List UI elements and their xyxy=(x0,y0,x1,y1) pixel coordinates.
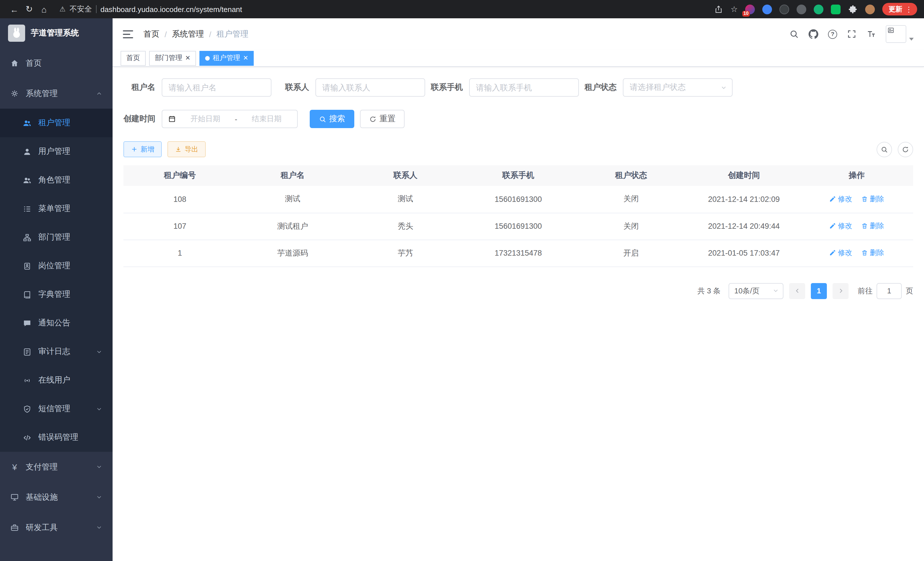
filter-create-time: 创建时间 开始日期 - 结束日期 xyxy=(123,110,298,128)
extensions-puzzle-icon[interactable] xyxy=(848,4,858,14)
app-title: 芋道管理系统 xyxy=(31,28,79,38)
badge-icon xyxy=(23,262,32,270)
edit-link[interactable]: 修改 xyxy=(830,194,852,204)
edit-link[interactable]: 修改 xyxy=(830,221,852,231)
reset-button[interactable]: 重置 xyxy=(360,110,405,128)
sidebar-item-label: 系统管理 xyxy=(26,88,58,99)
browser-back-icon[interactable]: ← xyxy=(7,4,22,14)
cell-created: 2021-12-14 21:02:09 xyxy=(687,186,800,213)
sidebar-item-infrastructure[interactable]: 基础设施 xyxy=(0,482,112,512)
sidebar-item-error-code[interactable]: 错误码管理 xyxy=(0,423,112,452)
col-status: 租户状态 xyxy=(574,165,687,186)
extension-icon[interactable] xyxy=(796,4,806,14)
sidebar-item-label: 短信管理 xyxy=(38,404,70,414)
sidebar-item-system[interactable]: 系统管理 xyxy=(0,78,112,109)
search-icon[interactable] xyxy=(789,29,799,39)
user-avatar[interactable] xyxy=(886,25,906,43)
breadcrumb-separator: / xyxy=(209,29,212,39)
goto-page-input[interactable] xyxy=(877,283,902,299)
sidebar-item-dev-tools[interactable]: 研发工具 xyxy=(0,512,112,543)
help-icon[interactable]: ? xyxy=(828,29,837,39)
trash-icon xyxy=(861,196,868,202)
app-logo[interactable]: 芋道管理系统 xyxy=(0,18,112,48)
contact-input[interactable] xyxy=(315,78,425,97)
avatar-dropdown-caret-icon[interactable] xyxy=(909,38,914,41)
users-icon xyxy=(23,176,32,184)
fullscreen-icon[interactable] xyxy=(847,29,856,39)
cell-actions: 修改 删除 xyxy=(800,186,913,213)
create-time-label: 创建时间 xyxy=(123,114,155,124)
export-button[interactable]: 导出 xyxy=(167,141,206,157)
edit-link[interactable]: 修改 xyxy=(830,248,852,258)
goto-label: 前往 xyxy=(858,286,873,296)
sidebar-item-post-management[interactable]: 岗位管理 xyxy=(0,252,112,280)
sidebar-item-role-management[interactable]: 角色管理 xyxy=(0,166,112,194)
sidebar-item-sms-management[interactable]: 短信管理 xyxy=(0,395,112,423)
breadcrumb-system[interactable]: 系统管理 xyxy=(172,29,204,39)
extension-icon[interactable] xyxy=(831,4,841,14)
org-tree-icon xyxy=(23,233,32,242)
delete-link[interactable]: 删除 xyxy=(861,194,884,204)
sidebar-item-notice[interactable]: 通知公告 xyxy=(0,309,112,337)
sidebar-item-tenant-management[interactable]: 租户管理 xyxy=(0,109,112,137)
sidebar-item-home[interactable]: 首页 xyxy=(0,48,112,78)
github-icon[interactable] xyxy=(808,29,818,39)
delete-link[interactable]: 删除 xyxy=(861,248,884,258)
end-date-placeholder[interactable]: 结束日期 xyxy=(242,114,291,124)
date-range-picker[interactable]: 开始日期 - 结束日期 xyxy=(162,110,298,128)
font-size-icon[interactable] xyxy=(866,29,876,39)
breadcrumb-separator: / xyxy=(165,29,167,39)
tab-tenant-management[interactable]: 租户管理 ✕ xyxy=(200,51,254,65)
export-button-label: 导出 xyxy=(184,144,198,154)
next-page-button[interactable] xyxy=(832,283,849,299)
breadcrumb: 首页 / 系统管理 / 租户管理 xyxy=(143,29,249,39)
extension-icon[interactable]: 10 xyxy=(745,4,755,14)
status-label: 租户状态 xyxy=(585,82,616,93)
page-size-select[interactable]: 10条/页 xyxy=(729,283,783,299)
page-number-button[interactable]: 1 xyxy=(811,283,827,299)
add-button[interactable]: 新增 xyxy=(123,141,162,157)
prev-page-button[interactable] xyxy=(789,283,805,299)
sidebar-item-dict-management[interactable]: 字典管理 xyxy=(0,280,112,309)
tab-dept-management[interactable]: 部门管理 ✕ xyxy=(149,51,196,65)
col-tenant-id: 租户编号 xyxy=(123,165,236,186)
share-icon[interactable] xyxy=(715,5,723,14)
phone-input[interactable] xyxy=(469,78,579,97)
browser-reload-icon[interactable]: ↻ xyxy=(22,4,37,14)
browser-menu-icon[interactable]: ⋮ xyxy=(905,5,913,14)
sidebar-item-menu-management[interactable]: 菜单管理 xyxy=(0,194,112,223)
show-search-button[interactable] xyxy=(877,141,892,157)
extension-icon[interactable] xyxy=(779,4,789,14)
status-select[interactable]: 请选择租户状态 xyxy=(623,78,733,97)
tab-home[interactable]: 首页 xyxy=(121,51,146,65)
sidebar-item-pay-management[interactable]: ¥ 支付管理 xyxy=(0,452,112,482)
extension-icon[interactable] xyxy=(814,4,824,14)
browser-home-icon[interactable]: ⌂ xyxy=(37,4,51,14)
monitor-icon xyxy=(10,493,19,502)
sidebar-item-online-users[interactable]: 在线用户 xyxy=(0,366,112,395)
refresh-table-button[interactable] xyxy=(898,141,913,157)
security-label[interactable]: 不安全 xyxy=(70,4,92,14)
url-text[interactable]: dashboard.yudao.iocoder.cn/system/tenant xyxy=(100,5,242,14)
plus-icon xyxy=(131,146,138,153)
filter-tenant-name: 租户名 xyxy=(123,78,272,97)
tenant-name-input[interactable] xyxy=(162,78,272,97)
start-date-placeholder[interactable]: 开始日期 xyxy=(181,114,230,124)
close-icon[interactable]: ✕ xyxy=(243,55,248,61)
address-bar[interactable]: ⚠ 不安全 dashboard.yudao.iocoder.cn/system/… xyxy=(59,4,242,14)
bookmark-star-icon[interactable]: ☆ xyxy=(730,5,738,14)
sidebar-toggle-icon[interactable] xyxy=(123,30,133,38)
sidebar-item-audit-log[interactable]: 审计日志 xyxy=(0,337,112,366)
app-frame: 芋道管理系统 首页 系统管理 租户管理 用户管理 xyxy=(0,18,924,561)
breadcrumb-home[interactable]: 首页 xyxy=(143,29,159,39)
search-button[interactable]: 搜索 xyxy=(310,110,354,128)
profile-avatar-icon[interactable] xyxy=(865,4,875,14)
delete-link[interactable]: 删除 xyxy=(861,221,884,231)
close-icon[interactable]: ✕ xyxy=(185,55,190,61)
sidebar-item-dept-management[interactable]: 部门管理 xyxy=(0,223,112,252)
cell-created: 2021-01-05 17:03:47 xyxy=(687,240,800,266)
browser-update-button[interactable]: 更新 ⋮ xyxy=(882,3,917,15)
refresh-icon xyxy=(902,146,909,153)
sidebar-item-user-management[interactable]: 用户管理 xyxy=(0,137,112,166)
extension-icon[interactable] xyxy=(762,4,772,14)
